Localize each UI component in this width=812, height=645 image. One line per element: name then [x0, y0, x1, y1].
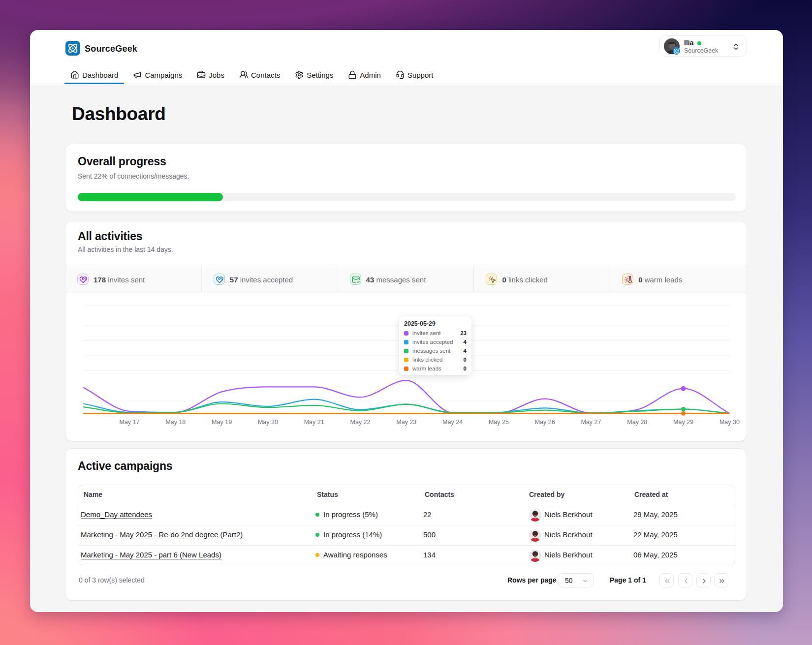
svg-text:May 25: May 25 — [489, 419, 509, 426]
svg-text:May 29: May 29 — [673, 419, 693, 426]
svg-text:May 27: May 27 — [581, 419, 601, 426]
svg-text:May 20: May 20 — [258, 419, 278, 426]
svg-text:May 30: May 30 — [719, 419, 740, 426]
svg-text:May 22: May 22 — [350, 419, 371, 426]
svg-text:May 28: May 28 — [627, 419, 647, 426]
svg-text:May 17: May 17 — [120, 419, 140, 426]
svg-text:May 21: May 21 — [304, 419, 324, 426]
svg-text:May 23: May 23 — [396, 419, 416, 426]
svg-text:May 24: May 24 — [442, 419, 463, 426]
svg-text:May 18: May 18 — [165, 419, 186, 426]
svg-text:May 26: May 26 — [535, 419, 555, 426]
svg-text:May 19: May 19 — [212, 419, 232, 426]
